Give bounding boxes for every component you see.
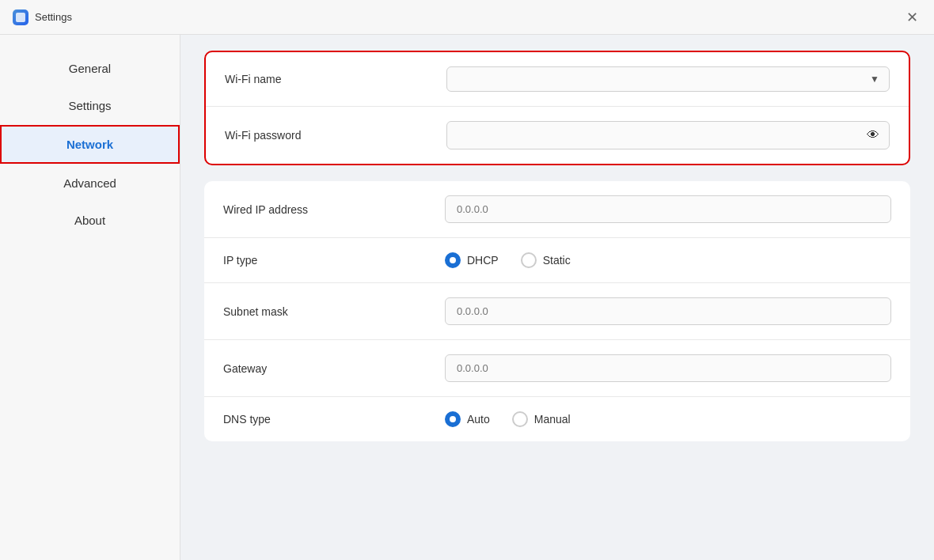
dns-row: DNS type Auto Manual <box>204 397 910 441</box>
ip-type-row: IP type DHCP Static <box>204 238 910 283</box>
app-icon <box>13 9 28 25</box>
svg-rect-0 <box>16 13 25 22</box>
auto-label: Auto <box>467 413 490 426</box>
main-content: General Settings Network Advanced About … <box>0 35 934 560</box>
auto-radio[interactable] <box>445 411 461 427</box>
gateway-row: Gateway <box>204 340 910 397</box>
wifi-name-row: Wi-Fi name ▼ <box>206 52 909 107</box>
wifi-password-label: Wi-Fi password <box>225 129 446 142</box>
wired-ip-label: Wired IP address <box>223 203 445 216</box>
subnet-label: Subnet mask <box>223 305 445 318</box>
wifi-name-dropdown[interactable]: ▼ <box>446 66 890 92</box>
wifi-section: Wi-Fi name ▼ Wi-Fi password 👁 <box>204 51 910 165</box>
gateway-label: Gateway <box>223 362 445 375</box>
static-radio[interactable] <box>521 252 537 268</box>
subnet-input[interactable] <box>445 297 891 325</box>
sidebar-item-network[interactable]: Network <box>0 125 180 164</box>
wired-ip-row: Wired IP address <box>204 181 910 238</box>
static-label: Static <box>543 254 571 267</box>
wifi-password-wrapper[interactable]: 👁 <box>446 121 890 149</box>
ip-type-control: DHCP Static <box>445 252 891 268</box>
close-button[interactable]: ✕ <box>902 8 921 27</box>
title-bar: Settings ✕ <box>0 0 934 35</box>
dns-manual[interactable]: Manual <box>512 411 571 427</box>
wifi-password-row: Wi-Fi password 👁 <box>206 107 909 164</box>
subnet-control <box>445 297 891 325</box>
ip-type-dhcp[interactable]: DHCP <box>445 252 499 268</box>
dns-radio-group: Auto Manual <box>445 411 571 427</box>
settings-window: Settings ✕ General Settings Network Adva… <box>0 0 934 560</box>
sidebar-item-general[interactable]: General <box>0 51 180 86</box>
ip-type-static[interactable]: Static <box>521 252 571 268</box>
dhcp-label: DHCP <box>467 254 499 267</box>
gateway-control <box>445 354 891 382</box>
sidebar: General Settings Network Advanced About <box>0 35 180 560</box>
wifi-password-control: 👁 <box>446 121 890 149</box>
wifi-password-input[interactable] <box>457 130 867 142</box>
wifi-name-control: ▼ <box>446 66 890 92</box>
eye-icon[interactable]: 👁 <box>867 128 879 142</box>
sidebar-item-about[interactable]: About <box>0 202 180 238</box>
manual-label: Manual <box>534 413 571 426</box>
chevron-down-icon: ▼ <box>870 74 879 85</box>
sidebar-item-settings[interactable]: Settings <box>0 88 180 123</box>
dns-auto[interactable]: Auto <box>445 411 490 427</box>
wifi-name-label: Wi-Fi name <box>225 73 446 85</box>
content-area: Wi-Fi name ▼ Wi-Fi password 👁 <box>180 35 934 560</box>
gateway-input[interactable] <box>445 354 891 382</box>
wired-ip-input[interactable] <box>445 195 891 223</box>
dns-label: DNS type <box>223 413 445 426</box>
ip-type-radio-group: DHCP Static <box>445 252 571 268</box>
wired-ip-control <box>445 195 891 223</box>
window-title: Settings <box>35 11 72 23</box>
ip-type-label: IP type <box>223 254 445 267</box>
network-section: Wired IP address IP type DHCP <box>204 181 910 441</box>
subnet-row: Subnet mask <box>204 283 910 340</box>
manual-radio[interactable] <box>512 411 528 427</box>
dhcp-radio[interactable] <box>445 252 461 268</box>
dns-control: Auto Manual <box>445 411 891 427</box>
sidebar-item-advanced[interactable]: Advanced <box>0 165 180 201</box>
